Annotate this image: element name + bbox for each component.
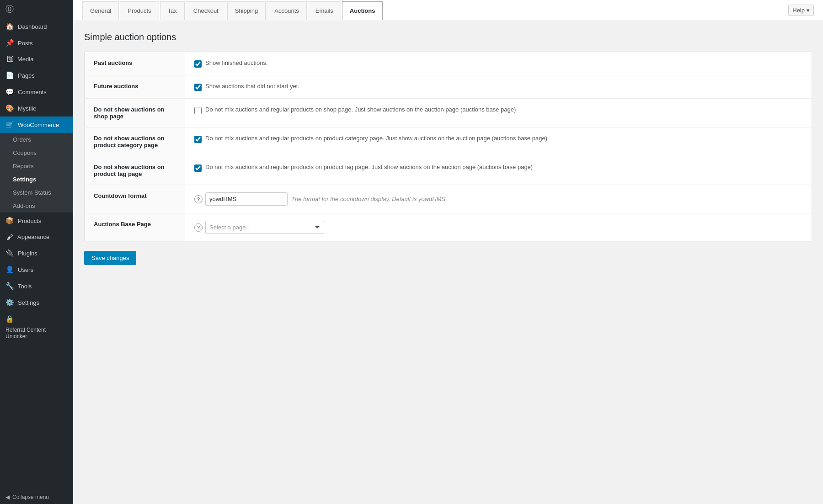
row-value-no-shop: Do not mix auctions and regular products… [185, 99, 812, 127]
row-label-base-page: Auctions Base Page [85, 213, 185, 242]
referral-icon: 🔒 [5, 315, 14, 323]
sidebar-item-posts[interactable]: 📌 Posts [0, 35, 73, 51]
tab-shipping[interactable]: Shipping [227, 1, 266, 20]
plugins-icon: 🔌 [5, 249, 14, 257]
countdown-help-icon[interactable]: ? [194, 195, 203, 203]
row-value-base-page: ? Select a page... [185, 213, 812, 242]
sidebar: ⓪ 🏠 Dashboard 📌 Posts 🖼 Media 📄 Pages 💬 … [0, 0, 73, 504]
sidebar-item-products[interactable]: 📦 Products [0, 212, 73, 229]
settings-table: Past auctions Show finished auctions. Fu… [84, 52, 812, 242]
no-category-label: Do not mix auctions and regular products… [205, 135, 547, 142]
row-label-countdown: Countdown format [85, 185, 185, 213]
sidebar-item-woocommerce[interactable]: 🛒 WooCommerce [0, 117, 73, 133]
past-auctions-label: Show finished auctions. [205, 59, 268, 66]
mystile-icon: 🎨 [5, 104, 14, 112]
base-page-help-icon[interactable]: ? [194, 223, 203, 232]
comments-icon: 💬 [5, 88, 14, 96]
sidebar-item-plugins[interactable]: 🔌 Plugins [0, 245, 73, 261]
tab-accounts[interactable]: Accounts [267, 1, 306, 20]
sidebar-item-tools[interactable]: 🔧 Tools [0, 278, 73, 294]
table-row: Auctions Base Page ? Select a page... [85, 213, 812, 242]
sidebar-item-mystile[interactable]: 🎨 Mystile [0, 100, 73, 117]
countdown-hint: The format for the countdown display. De… [291, 196, 445, 202]
help-label: Help [792, 7, 805, 14]
sidebar-item-label: WooCommerce [18, 122, 59, 128]
countdown-field-row: ? The format for the countdown display. … [194, 192, 802, 206]
tab-auctions[interactable]: Auctions [342, 1, 383, 20]
chevron-down-icon: ▾ [807, 7, 810, 14]
main-content: General Products Tax Checkout Shipping A… [73, 0, 823, 504]
no-shop-label: Do not mix auctions and regular products… [205, 106, 516, 113]
checkbox-row: Do not mix auctions and regular products… [194, 106, 802, 114]
woocommerce-icon: 🛒 [5, 121, 14, 129]
topbar: General Products Tax Checkout Shipping A… [73, 0, 823, 21]
base-page-select[interactable]: Select a page... [205, 221, 324, 234]
row-value-countdown: ? The format for the countdown display. … [185, 185, 812, 213]
tab-checkout[interactable]: Checkout [186, 1, 226, 20]
media-icon: 🖼 [5, 55, 14, 63]
tab-products[interactable]: Products [120, 1, 159, 20]
tabs: General Products Tax Checkout Shipping A… [82, 1, 384, 20]
submenu-reports[interactable]: Reports [0, 159, 73, 173]
submenu-add-ons[interactable]: Add-ons [0, 199, 73, 212]
users-icon: 👤 [5, 265, 14, 274]
sidebar-item-appearance[interactable]: 🖌 Appearance [0, 229, 73, 245]
sidebar-item-label: Referral Content Unlocker [5, 327, 68, 340]
help-button[interactable]: Help ▾ [788, 5, 814, 16]
no-category-checkbox[interactable] [194, 136, 202, 143]
settings-icon: ⚙️ [5, 298, 14, 307]
sidebar-item-label: Pages [18, 72, 35, 79]
no-shop-checkbox[interactable] [194, 107, 202, 114]
collapse-menu[interactable]: ◀ Collapse menu [0, 490, 73, 504]
past-auctions-checkbox[interactable] [194, 60, 202, 68]
submenu-coupons[interactable]: Coupons [0, 146, 73, 159]
sidebar-item-label: Users [18, 266, 33, 273]
submenu-system-status[interactable]: System Status [0, 186, 73, 199]
row-label-no-category: Do not show auctions on product category… [85, 127, 185, 156]
table-row: Future auctions Show auctions that did n… [85, 75, 812, 99]
products-icon: 📦 [5, 217, 14, 225]
posts-icon: 📌 [5, 39, 14, 47]
countdown-format-input[interactable] [205, 192, 288, 206]
tools-icon: 🔧 [5, 282, 14, 290]
sidebar-item-label: Comments [18, 89, 47, 95]
collapse-label: Collapse menu [12, 494, 49, 500]
table-row: Do not show auctions on product category… [85, 127, 812, 156]
row-value-past-auctions: Show finished auctions. [185, 52, 812, 75]
woocommerce-submenu: Orders Coupons Reports Settings System S… [0, 133, 73, 212]
dashboard-icon: 🏠 [5, 22, 14, 31]
no-tag-checkbox[interactable] [194, 164, 202, 172]
sidebar-item-pages[interactable]: 📄 Pages [0, 67, 73, 84]
sidebar-item-label: Settings [18, 299, 39, 306]
checkbox-row: Show auctions that did not start yet. [194, 83, 802, 91]
tab-tax[interactable]: Tax [160, 1, 185, 20]
row-value-no-category: Do not mix auctions and regular products… [185, 127, 812, 156]
row-value-no-tag: Do not mix auctions and regular products… [185, 156, 812, 185]
submenu-orders[interactable]: Orders [0, 133, 73, 146]
table-row: Past auctions Show finished auctions. [85, 52, 812, 75]
sidebar-item-dashboard[interactable]: 🏠 Dashboard [0, 18, 73, 35]
pages-icon: 📄 [5, 71, 14, 80]
sidebar-item-label: Appearance [17, 233, 49, 240]
sidebar-item-media[interactable]: 🖼 Media [0, 51, 73, 67]
sidebar-item-referral[interactable]: 🔒 Referral Content Unlocker [0, 311, 73, 344]
tab-general[interactable]: General [82, 1, 119, 20]
tab-emails[interactable]: Emails [308, 1, 341, 20]
submenu-settings[interactable]: Settings [0, 173, 73, 186]
save-changes-button[interactable]: Save changes [84, 251, 136, 265]
table-row: Do not show auctions on shop page Do not… [85, 99, 812, 127]
row-value-future-auctions: Show auctions that did not start yet. [185, 75, 812, 99]
table-row: Countdown format ? The format for the co… [85, 185, 812, 213]
row-label-future-auctions: Future auctions [85, 75, 185, 99]
sidebar-item-comments[interactable]: 💬 Comments [0, 84, 73, 100]
sidebar-logo: ⓪ [0, 0, 73, 18]
checkbox-row: Show finished auctions. [194, 59, 802, 68]
page-title: Simple auction options [84, 32, 812, 42]
sidebar-item-label: Products [18, 218, 41, 224]
sidebar-item-label: Tools [18, 283, 32, 290]
sidebar-item-settings[interactable]: ⚙️ Settings [0, 294, 73, 311]
sidebar-item-label: Dashboard [18, 23, 47, 30]
no-tag-label: Do not mix auctions and regular products… [205, 164, 533, 170]
sidebar-item-users[interactable]: 👤 Users [0, 261, 73, 278]
future-auctions-checkbox[interactable] [194, 84, 202, 91]
